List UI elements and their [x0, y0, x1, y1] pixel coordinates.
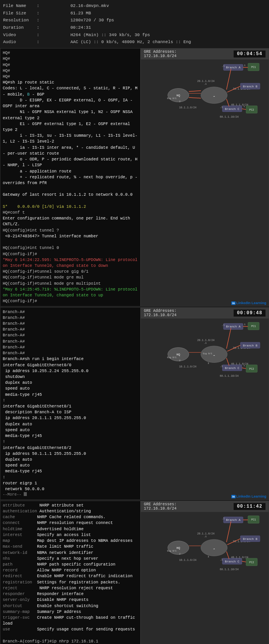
svg-text:.1: .1 — [220, 558, 223, 561]
svg-text:.1: .1 — [204, 83, 207, 85]
filesize-label: File Size — [3, 10, 34, 17]
filesize-row: File Size : 61.23 MB — [3, 10, 266, 17]
diagram-body-2: Branch A .1 PC1 1 HQ ☁ 10.1.1.0/24 Gig 0… — [141, 319, 269, 381]
svg-text:PC1: PC1 — [251, 66, 256, 69]
svg-line-28 — [189, 97, 201, 98]
svg-text:20.1.1.0/24: 20.1.1.0/24 — [197, 80, 215, 83]
linkedin-watermark-1: inLinkedIn Learning — [231, 301, 266, 305]
diagram-body-1: Branch A .1 PC1 1 Gig 0/1 HQ — [141, 59, 269, 122]
svg-text:60.1.1.10/24: 60.1.1.10/24 — [220, 115, 239, 118]
svg-text:.1: .1 — [204, 535, 207, 538]
svg-text:.1: .1 — [204, 342, 207, 345]
resolution-value: 1280x720 / 30 fps — [70, 18, 114, 23]
svg-text:PC1: PC1 — [251, 325, 256, 328]
svg-text:Branch B: Branch B — [243, 344, 257, 347]
svg-text:Gig 0/1: Gig 0/1 — [167, 356, 177, 359]
audio-label: Audio — [3, 38, 34, 46]
svg-text:20.1.1.0/24: 20.1.1.0/24 — [197, 532, 215, 535]
svg-text:Gig 0/1: Gig 0/1 — [167, 97, 177, 100]
svg-text:HQ: HQ — [176, 547, 180, 550]
svg-text:.1: .1 — [220, 365, 223, 368]
svg-text:.1: .1 — [222, 517, 225, 520]
svg-line-65 — [227, 358, 229, 365]
svg-text:Gig 0/1: Gig 0/1 — [203, 352, 213, 355]
terminal-3: attribute NHRP attribute set authenticat… — [0, 501, 140, 644]
diagram-body-3: Branch A .1 PC1 HQ ☁ 10.1.1.0/24 Gig 0/1… — [141, 512, 269, 574]
svg-text:10.1.1.0/24: 10.1.1.0/24 — [179, 106, 197, 109]
diagram-3: GRE Addresses: 172.16.10.0/24 00:11:42 B… — [140, 501, 269, 644]
duration-label: Duration — [3, 24, 34, 31]
svg-line-99 — [227, 552, 229, 559]
gre-title-3: GRE Addresses: — [144, 502, 176, 506]
svg-line-66 — [242, 367, 246, 368]
svg-text:PC2: PC2 — [249, 108, 254, 111]
svg-line-97 — [227, 521, 231, 542]
svg-text:PC2: PC2 — [249, 367, 254, 370]
svg-text:2: 2 — [179, 100, 181, 103]
resolution-label: Resolution — [3, 17, 34, 24]
segment-1: HQ# HQ# HQ# HQ# HQ# HQ#sh ip route stati… — [0, 48, 269, 306]
svg-text:☁: ☁ — [213, 547, 215, 550]
svg-text:Branch C: Branch C — [225, 560, 239, 563]
diagram-header-2: GRE Addresses: 172.16.10.0/24 00:09:48 — [141, 308, 269, 319]
network-svg-2: Branch A .1 PC1 1 HQ ☁ 10.1.1.0/24 Gig 0… — [143, 320, 267, 379]
video-row: Video : H264 (Main) :: 349 kb/s, 30 fps — [3, 31, 266, 39]
svg-text:1: 1 — [244, 64, 246, 67]
timestamp-3: 00:11:42 — [234, 503, 266, 510]
diagram-header-3: GRE Addresses: 172.16.10.0/24 00:11:42 — [141, 501, 269, 512]
svg-text:3: 3 — [208, 362, 209, 365]
svg-text:1: 1 — [243, 364, 245, 367]
svg-text:Branch A: Branch A — [226, 519, 240, 522]
filename-value: 02.16-dmvpn.mkv — [70, 3, 109, 8]
svg-text:1: 1 — [243, 105, 245, 108]
svg-text:HQ: HQ — [176, 353, 180, 356]
svg-line-33 — [242, 109, 246, 110]
svg-text:20.1.1.0/24: 20.1.1.0/24 — [197, 339, 215, 342]
diagram-2: GRE Addresses: 172.16.10.0/24 00:09:48 B… — [140, 308, 269, 500]
svg-text:☁: ☁ — [213, 353, 215, 356]
svg-text:.1: .1 — [222, 323, 225, 326]
gre-title-1: GRE Addresses: — [144, 50, 176, 54]
gre-subtitle-3: 172.16.10.0/24 — [144, 506, 176, 511]
svg-text:Branch C: Branch C — [225, 108, 239, 111]
svg-text:10.1.1.0/24: 10.1.1.0/24 — [179, 365, 197, 368]
video-value: H264 (Main) :: 349 kb/s, 30 fps — [70, 33, 150, 37]
svg-text:.1: .1 — [220, 106, 223, 109]
svg-text:HQ: HQ — [176, 94, 180, 97]
file-info-header: File Name : 02.16-dmvpn.mkv File Size : … — [0, 0, 269, 48]
svg-text:☁: ☁ — [213, 94, 215, 97]
network-svg-3: Branch A .1 PC1 HQ ☁ 10.1.1.0/24 Gig 0/1… — [143, 514, 267, 572]
audio-value: AAC (LC) :: 0 kb/s, 48000 Hz, 2 channels… — [70, 40, 191, 44]
svg-text:1: 1 — [244, 323, 246, 325]
svg-line-100 — [242, 561, 246, 562]
terminal-1: HQ# HQ# HQ# HQ# HQ# HQ#sh ip route stati… — [0, 49, 140, 306]
svg-text:Branch B: Branch B — [243, 538, 257, 541]
audio-row: Audio : AAC (LC) :: 0 kb/s, 48000 Hz, 2 … — [3, 38, 266, 46]
filename-label: File Name — [3, 2, 34, 10]
network-svg-1: Branch A .1 PC1 1 Gig 0/1 HQ — [143, 61, 267, 120]
svg-text:PC2: PC2 — [249, 561, 254, 564]
gre-subtitle-1: 172.16.10.0/24 — [144, 54, 176, 58]
segment-3: attribute NHRP attribute set authenticat… — [0, 501, 269, 644]
filesize-value: 61.23 MB — [70, 11, 91, 16]
filename-row: File Name : 02.16-dmvpn.mkv — [3, 2, 266, 10]
svg-text:10.1.1.0/24: 10.1.1.0/24 — [179, 559, 197, 562]
timestamp-2: 00:09:48 — [234, 310, 266, 317]
svg-text:3: 3 — [208, 555, 209, 558]
svg-line-63 — [227, 328, 231, 348]
svg-text:Branch A: Branch A — [226, 325, 240, 328]
terminal-2: Branch-A# Branch-A# Branch-A# Branch-A# … — [0, 308, 140, 500]
svg-text:Branch A: Branch A — [226, 66, 240, 70]
segment-2: Branch-A# Branch-A# Branch-A# Branch-A# … — [0, 307, 269, 500]
duration-value: 00:24:31 — [70, 25, 91, 30]
gre-subtitle-2: 172.16.10.0/24 — [144, 313, 176, 317]
gre-title-2: GRE Addresses: — [144, 309, 176, 313]
svg-text:PC1: PC1 — [251, 518, 256, 521]
svg-line-32 — [227, 99, 229, 106]
svg-line-30 — [227, 69, 231, 89]
svg-text:Branch B: Branch B — [243, 85, 257, 88]
diagram-1: GRE Addresses: 172.16.10.0/24 00:04:54 B… — [140, 49, 269, 306]
duration-row: Duration : 00:24:31 — [3, 24, 266, 31]
svg-text:2: 2 — [179, 552, 181, 555]
svg-text:60.1.1.10/24: 60.1.1.10/24 — [220, 374, 239, 378]
